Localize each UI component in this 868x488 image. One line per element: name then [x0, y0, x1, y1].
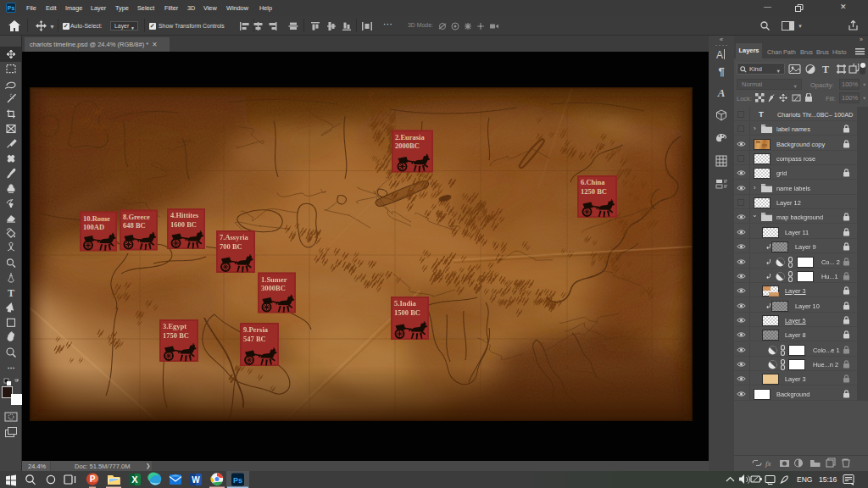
svg-text:2000BC: 2000BC: [395, 141, 420, 150]
svg-text:X: X: [131, 474, 138, 485]
svg-text:1750 BC: 1750 BC: [163, 331, 189, 340]
svg-text:700 BC: 700 BC: [220, 242, 242, 251]
svg-text:10.Rome: 10.Rome: [83, 214, 110, 223]
svg-text:fx: fx: [765, 459, 771, 468]
svg-text:1600 BC: 1600 BC: [170, 220, 197, 229]
svg-text:9.Persia: 9.Persia: [243, 325, 269, 334]
svg-text:547 BC: 547 BC: [243, 335, 266, 343]
svg-text:«: «: [720, 36, 724, 43]
svg-text:T: T: [8, 287, 14, 299]
svg-text:P: P: [90, 474, 96, 484]
svg-text:⋯: ⋯: [8, 363, 15, 372]
svg-text:7.Assyria: 7.Assyria: [220, 233, 249, 241]
svg-text:A: A: [717, 86, 726, 99]
svg-text:100AD: 100AD: [83, 223, 104, 231]
svg-text:15:16: 15:16: [819, 475, 837, 484]
svg-text:3000BC: 3000BC: [261, 284, 286, 292]
svg-text:ENG: ENG: [797, 475, 812, 484]
svg-text:1250 BC: 1250 BC: [581, 187, 607, 196]
svg-text:6.China: 6.China: [581, 178, 605, 186]
svg-text:A: A: [716, 49, 723, 61]
svg-text:¶: ¶: [718, 65, 724, 78]
svg-text:1.Sumer: 1.Sumer: [261, 275, 287, 284]
svg-text:T: T: [822, 64, 829, 75]
svg-text:3.Egypt: 3.Egypt: [163, 322, 186, 330]
svg-text:648 BC: 648 BC: [123, 221, 146, 230]
svg-text:W: W: [192, 475, 200, 485]
svg-text:5.India: 5.India: [394, 299, 416, 308]
svg-text:2.Eurasia: 2.Eurasia: [395, 133, 425, 141]
svg-text:8.Greece: 8.Greece: [123, 213, 150, 221]
svg-text:Ps: Ps: [233, 476, 242, 485]
svg-text:4.Hittites: 4.Hittites: [170, 211, 199, 219]
svg-text:1500 BC: 1500 BC: [394, 308, 420, 317]
